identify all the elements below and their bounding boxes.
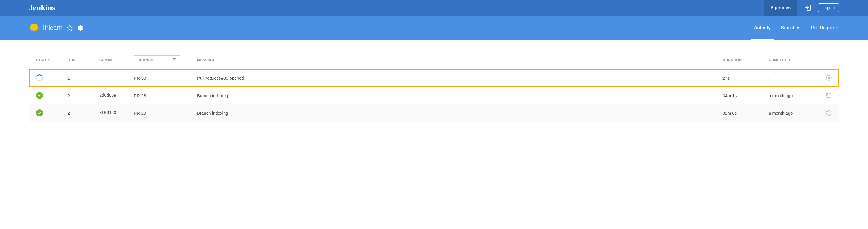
status-cell bbox=[36, 92, 68, 99]
run-cell: 2 bbox=[68, 111, 99, 115]
project-header: lfrlearn Activity Branches Pull Requests bbox=[0, 15, 868, 40]
run-cell: 1 bbox=[68, 76, 99, 80]
col-branch: BRANCH bbox=[134, 55, 197, 64]
tab-activity[interactable]: Activity bbox=[754, 15, 771, 40]
branch-cell: PR-29 bbox=[134, 111, 197, 115]
completed-cell: a month ago bbox=[769, 93, 820, 98]
duration-cell: 34m 1s bbox=[723, 93, 769, 98]
message-cell: Pull request #30 opened bbox=[197, 76, 723, 80]
branch-filter-label: BRANCH bbox=[137, 58, 153, 62]
tab-pull-requests[interactable]: Pull Requests bbox=[811, 15, 839, 40]
branch-cell: PR-28 bbox=[134, 93, 197, 98]
action-cell bbox=[820, 92, 832, 99]
tab-branches[interactable]: Branches bbox=[781, 15, 801, 40]
project-name[interactable]: lfrlearn bbox=[43, 24, 62, 32]
content-area: STATUS RUN COMMIT BRANCH MESSAGE DURATIO… bbox=[0, 40, 868, 132]
top-navbar: Jenkins Pipelines Logout bbox=[0, 0, 868, 15]
svg-marker-2 bbox=[67, 25, 72, 31]
status-cell bbox=[36, 110, 68, 116]
table-row[interactable]: 1 — PR-30 Pull request #30 opened 27s - bbox=[29, 69, 839, 86]
gear-icon[interactable] bbox=[77, 25, 83, 31]
duration-cell: 27s bbox=[723, 76, 769, 80]
subtabs: Activity Branches Pull Requests bbox=[754, 15, 839, 40]
action-cell bbox=[820, 110, 832, 116]
branch-cell: PR-30 bbox=[134, 76, 197, 80]
pipelines-tab[interactable]: Pipelines bbox=[764, 0, 798, 15]
message-cell: Branch indexing bbox=[197, 111, 723, 115]
weather-sunny-icon bbox=[29, 23, 39, 33]
logout-button[interactable]: Logout bbox=[818, 3, 839, 12]
star-icon[interactable] bbox=[66, 25, 73, 31]
completed-cell: a month ago bbox=[769, 111, 820, 115]
success-check-icon bbox=[36, 92, 43, 99]
rerun-icon[interactable] bbox=[820, 92, 832, 99]
svg-marker-1 bbox=[29, 23, 38, 32]
login-icon[interactable] bbox=[804, 4, 811, 11]
run-cell: 2 bbox=[68, 93, 99, 98]
success-check-icon bbox=[36, 110, 43, 116]
project-left: lfrlearn bbox=[29, 23, 83, 33]
message-cell: Branch indexing bbox=[197, 93, 723, 98]
filter-icon bbox=[172, 58, 176, 62]
stop-icon[interactable] bbox=[820, 75, 832, 81]
rerun-icon[interactable] bbox=[820, 110, 832, 116]
table-row[interactable]: 2 2d6d80a PR-28 Branch indexing 34m 1s a… bbox=[29, 86, 839, 104]
commit-cell: 8f091d3 bbox=[99, 111, 134, 115]
col-duration: DURATION bbox=[723, 58, 769, 62]
col-run: RUN bbox=[68, 58, 99, 62]
branch-filter[interactable]: BRANCH bbox=[134, 55, 180, 64]
col-status: STATUS bbox=[36, 58, 68, 62]
running-spinner-icon bbox=[36, 74, 43, 81]
status-cell bbox=[36, 74, 68, 81]
col-commit: COMMIT bbox=[99, 58, 134, 62]
table-row[interactable]: 2 8f091d3 PR-29 Branch indexing 32m 8s a… bbox=[29, 104, 839, 121]
brand-logo[interactable]: Jenkins bbox=[29, 3, 55, 12]
table-header: STATUS RUN COMMIT BRANCH MESSAGE DURATIO… bbox=[29, 51, 839, 69]
topbar-right: Pipelines Logout bbox=[764, 0, 839, 15]
svg-rect-7 bbox=[828, 77, 830, 79]
commit-cell: — bbox=[99, 76, 134, 80]
col-message: MESSAGE bbox=[197, 58, 723, 62]
duration-cell: 32m 8s bbox=[723, 111, 769, 115]
col-completed: COMPLETED bbox=[769, 58, 820, 62]
completed-cell: - bbox=[769, 76, 820, 80]
runs-table: STATUS RUN COMMIT BRANCH MESSAGE DURATIO… bbox=[29, 50, 839, 122]
action-cell bbox=[820, 75, 832, 81]
commit-cell: 2d6d80a bbox=[99, 93, 134, 98]
